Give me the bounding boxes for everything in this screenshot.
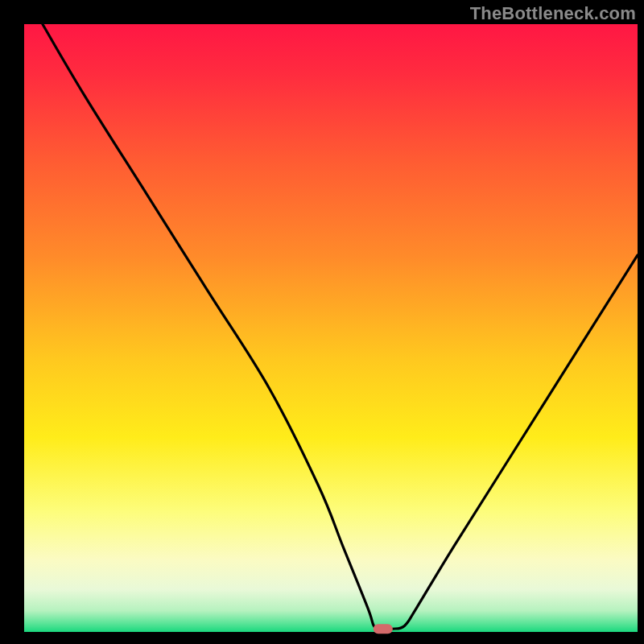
watermark-text: TheBottleneck.com <box>470 3 636 24</box>
optimum-marker <box>374 624 393 634</box>
bottleneck-chart <box>0 0 644 644</box>
plot-background <box>24 24 638 632</box>
chart-container: TheBottleneck.com <box>0 0 644 644</box>
